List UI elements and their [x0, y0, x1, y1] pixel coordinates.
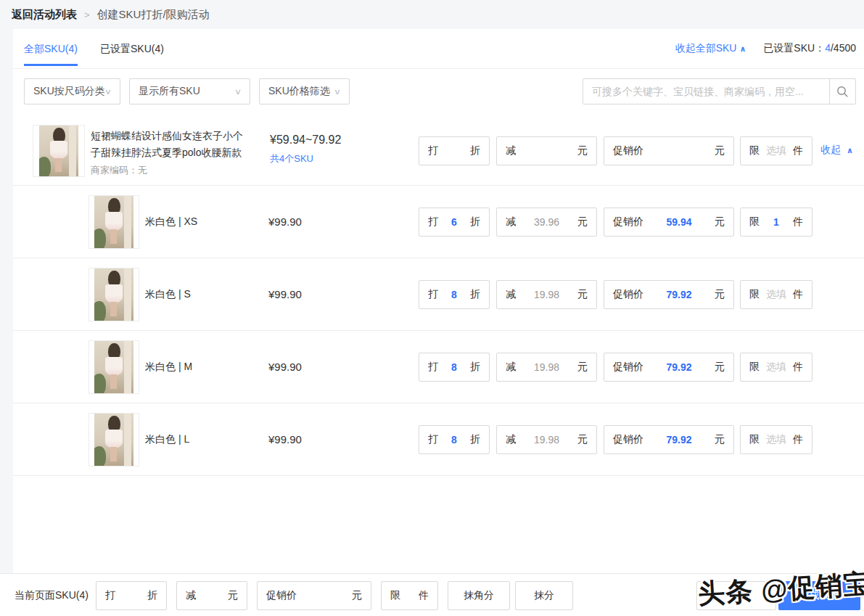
limit-value[interactable]: 选填	[760, 433, 793, 446]
sku-photo-art	[94, 414, 133, 466]
sku-name: 米白色 | M	[145, 361, 192, 374]
sku-original-price: ¥99.90	[268, 433, 302, 445]
limit-prefix: 限	[749, 433, 760, 446]
sku-image	[89, 195, 139, 249]
sku-total-link[interactable]: 共4个SKU	[270, 152, 313, 165]
set-sku-counter-value: 4	[825, 42, 831, 54]
product-image	[33, 125, 85, 177]
limit-suffix: 件	[793, 288, 803, 301]
discount-value[interactable]: 8	[438, 434, 470, 445]
promo-prefix: 促销价	[613, 433, 643, 446]
discount-input[interactable]: 打 8 折	[419, 425, 490, 454]
promo-value[interactable]: 59.94	[643, 216, 715, 228]
limit-input[interactable]: 限 选填 件	[740, 280, 812, 309]
page-promo-price-input[interactable]: 促销价 元	[257, 581, 371, 610]
batch-discount-input[interactable]: 打 折	[419, 136, 490, 165]
current-page-sku-label: 当前页面SKU(4)	[15, 589, 89, 602]
minus-value[interactable]: 19.98	[516, 434, 577, 445]
limit-suffix: 件	[793, 215, 803, 229]
promo-prefix: 促销价	[266, 589, 297, 602]
minus-input[interactable]: 减 19.98 元	[496, 425, 597, 454]
set-sku-counter: 已设置SKU：4/4500	[763, 42, 856, 55]
limit-value[interactable]: 1	[760, 216, 793, 228]
minus-value[interactable]: 19.98	[516, 289, 577, 300]
discount-input[interactable]: 打 8 折	[419, 280, 490, 309]
erase-jiao-fen-button[interactable]: 抹角分	[448, 581, 510, 610]
tab-all-sku[interactable]: 全部SKU(4)	[24, 29, 78, 66]
breadcrumb-back-link[interactable]: 返回活动列表	[12, 8, 77, 22]
product-title: 短裙蝴蝶结设计感仙女连衣子小个子甜辣挂脖法式夏季polo收腰新款	[91, 128, 249, 161]
collapse-all-label: 收起全部SKU	[675, 42, 737, 54]
sku-size-filter-dropdown[interactable]: SKU按尺码分类 ∨	[24, 78, 120, 104]
sku-original-price: ¥99.90	[268, 288, 302, 300]
promo-prefix: 促销价	[613, 288, 643, 301]
discount-suffix: 折	[470, 288, 480, 301]
minus-suffix: 元	[577, 288, 588, 301]
discount-value[interactable]: 6	[438, 216, 470, 228]
minus-prefix: 减	[506, 361, 516, 374]
show-sku-filter-dropdown[interactable]: 显示所有SKU ∨	[129, 78, 250, 104]
tab-set-sku[interactable]: 已设置SKU(4)	[100, 29, 164, 68]
main-panel: 全部SKU(4) 已设置SKU(4) 收起全部SKU∧ 已设置SKU：4/450…	[13, 29, 864, 573]
limit-prefix: 限	[749, 144, 760, 157]
discount-prefix: 打	[428, 288, 438, 301]
discount-value[interactable]: 8	[438, 361, 470, 373]
promo-price-input[interactable]: 促销价 59.94 元	[604, 208, 734, 237]
promo-prefix: 促销价	[613, 215, 643, 229]
discount-input[interactable]: 打 8 折	[419, 353, 490, 382]
limit-placeholder[interactable]: 选填	[760, 144, 793, 157]
sku-photo-art	[94, 341, 133, 393]
collapse-product-link[interactable]: 收起 ∧	[820, 144, 853, 157]
minus-value[interactable]: 39.96	[516, 216, 577, 228]
limit-suffix: 件	[793, 433, 803, 446]
sku-image	[89, 413, 139, 467]
discount-prefix: 打	[428, 361, 438, 374]
minus-prefix: 减	[506, 433, 516, 446]
promo-value[interactable]: 79.92	[643, 434, 715, 445]
page-limit-input[interactable]: 限 件	[381, 581, 438, 610]
discount-suffix: 折	[147, 589, 157, 602]
secondary-button[interactable]	[696, 581, 776, 610]
promo-suffix: 元	[715, 361, 725, 374]
search-button[interactable]	[829, 79, 855, 104]
page-discount-input[interactable]: 打 折	[96, 581, 167, 610]
batch-limit-input[interactable]: 限 选填 件	[740, 136, 812, 165]
limit-input[interactable]: 限 选填 件	[740, 353, 812, 382]
discount-prefix: 打	[428, 144, 438, 157]
promo-suffix: 元	[352, 589, 362, 602]
sku-price-filter-dropdown[interactable]: SKU价格筛选 ∨	[259, 78, 350, 104]
limit-prefix: 限	[390, 589, 400, 602]
discount-input[interactable]: 打 6 折	[419, 208, 490, 237]
promo-price-input[interactable]: 促销价 79.92 元	[604, 280, 734, 309]
promo-price-input[interactable]: 促销价 79.92 元	[604, 353, 734, 382]
limit-value[interactable]: 选填	[760, 288, 793, 301]
search-icon	[836, 86, 849, 98]
set-sku-counter-label: 已设置SKU：	[763, 42, 825, 54]
batch-minus-input[interactable]: 减 元	[496, 136, 597, 165]
page-minus-input[interactable]: 减 元	[176, 581, 247, 610]
minus-prefix: 减	[186, 589, 196, 602]
discount-value[interactable]: 8	[438, 289, 470, 300]
erase-fen-button[interactable]: 抹分	[515, 581, 573, 610]
batch-promo-price-input[interactable]: 促销价 元	[604, 136, 734, 165]
limit-prefix: 限	[749, 361, 760, 374]
promo-suffix: 元	[715, 433, 725, 446]
set-sku-counter-total: /4500	[831, 42, 856, 54]
promo-value[interactable]: 79.92	[643, 289, 715, 300]
minus-input[interactable]: 减 19.98 元	[496, 353, 597, 382]
sku-original-price: ¥99.90	[268, 215, 302, 228]
tab-bar-right: 收起全部SKU∧ 已设置SKU：4/4500	[675, 29, 856, 68]
minus-suffix: 元	[228, 589, 238, 602]
collapse-all-sku-link[interactable]: 收起全部SKU∧	[675, 42, 746, 55]
limit-input[interactable]: 限 1 件	[740, 208, 812, 237]
limit-value[interactable]: 选填	[760, 361, 793, 374]
finish-setup-button[interactable]: 完成设置	[778, 581, 860, 610]
minus-input[interactable]: 减 39.96 元	[496, 208, 597, 237]
minus-input[interactable]: 减 19.98 元	[496, 280, 597, 309]
minus-value[interactable]: 19.98	[516, 361, 577, 373]
promo-price-input[interactable]: 促销价 79.92 元	[604, 425, 734, 454]
promo-value[interactable]: 79.92	[643, 361, 715, 373]
search-input[interactable]	[583, 79, 829, 104]
breadcrumb-current: 创建SKU打折/限购活动	[97, 8, 210, 22]
limit-input[interactable]: 限 选填 件	[740, 425, 812, 454]
